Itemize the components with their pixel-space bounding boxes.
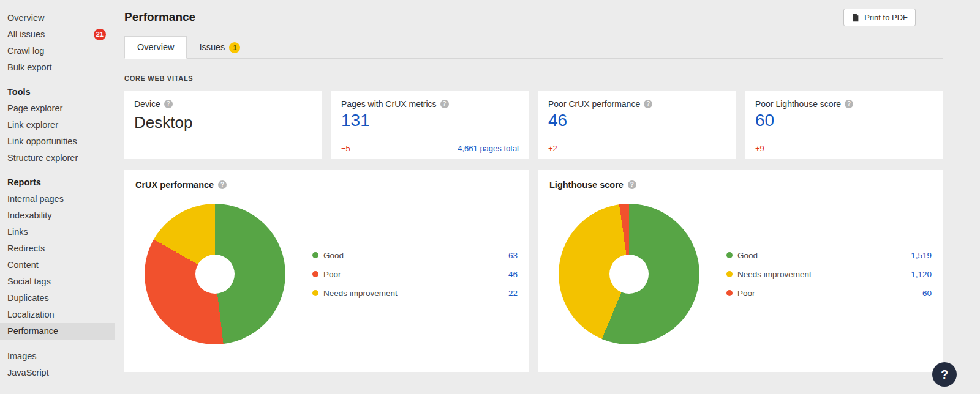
help-icon[interactable]: ? [845, 100, 853, 108]
sidebar-item-link-explorer[interactable]: Link explorer [0, 117, 115, 133]
sidebar-item-localization[interactable]: Localization [0, 307, 115, 323]
device-card-label: Device [134, 99, 160, 109]
crux-legend: Good 63 Poor 46 Needs improvement 22 [312, 246, 518, 303]
donut-hole [195, 255, 235, 294]
sidebar-item-label: All issues [7, 29, 45, 39]
sidebar-item-javascript[interactable]: JavaScript [0, 365, 115, 381]
lighthouse-legend: Good 1,519 Needs improvement 1,120 Poor … [726, 246, 932, 303]
legend-item-good[interactable]: Good 1,519 [726, 246, 932, 265]
help-icon[interactable]: ? [164, 100, 173, 108]
poor-crux-label: Poor CrUX performance [548, 99, 640, 109]
legend-value[interactable]: 46 [508, 270, 518, 279]
issues-count-badge: 1 [229, 42, 240, 53]
page-title: Performance [124, 0, 943, 24]
legend-label: Needs improvement [737, 270, 812, 279]
poor-crux-delta: +2 [548, 144, 557, 153]
crux-donut-chart[interactable] [145, 204, 285, 344]
sidebar-item-overview[interactable]: Overview [0, 10, 115, 26]
sidebar-section-tools: Tools [0, 84, 115, 100]
poor-lighthouse-value[interactable]: 60 [755, 111, 933, 130]
legend-item-needs-improvement[interactable]: Needs improvement 22 [312, 284, 518, 303]
sidebar-item-all-issues[interactable]: All issues 21 [0, 26, 115, 43]
legend-value[interactable]: 63 [508, 251, 518, 260]
poor-dot-icon [726, 290, 733, 296]
sidebar-item-internal-pages[interactable]: Internal pages [0, 191, 115, 207]
legend-value[interactable]: 22 [508, 289, 518, 298]
sidebar-item-bulk-export[interactable]: Bulk export [0, 59, 115, 76]
crux-chart-title: CrUX performance [135, 180, 214, 190]
device-card: Device ? Desktop [124, 91, 322, 159]
sidebar-item-redirects[interactable]: Redirects [0, 240, 115, 257]
help-icon[interactable]: ? [218, 180, 227, 189]
chart-cards-row: CrUX performance ? Good 63 Poor 4 [124, 170, 943, 372]
metric-cards-row: Device ? Desktop Pages with CrUX metrics… [124, 91, 943, 159]
sidebar-item-link-opportunities[interactable]: Link opportunities [0, 133, 115, 150]
help-icon[interactable]: ? [628, 180, 636, 189]
good-dot-icon [726, 252, 733, 258]
help-button[interactable]: ? [932, 362, 957, 387]
crux-performance-card: CrUX performance ? Good 63 Poor 4 [124, 170, 529, 372]
sidebar-item-structure-explorer[interactable]: Structure explorer [0, 150, 115, 166]
main-content: Performance Print to PDF Overview Issues… [115, 0, 943, 372]
sidebar-item-links[interactable]: Links [0, 224, 115, 240]
poor-dot-icon [312, 271, 318, 277]
sidebar-item-social-tags[interactable]: Social tags [0, 273, 115, 290]
lighthouse-chart-title: Lighthouse score [549, 180, 624, 190]
legend-item-good[interactable]: Good 63 [312, 246, 518, 265]
legend-label: Poor [323, 270, 341, 279]
legend-label: Good [737, 251, 758, 260]
pages-total-link[interactable]: 4,661 pages total [458, 144, 519, 153]
core-web-vitals-label: CORE WEB VITALS [124, 75, 943, 82]
sidebar-section-reports: Reports [0, 174, 115, 191]
crux-pages-label: Pages with CrUX metrics [341, 99, 437, 109]
legend-value[interactable]: 60 [922, 289, 932, 298]
poor-lighthouse-label: Poor Lighthouse score [755, 99, 841, 109]
sidebar-item-page-explorer[interactable]: Page explorer [0, 100, 115, 117]
device-value: Desktop [134, 113, 312, 132]
help-icon[interactable]: ? [440, 100, 449, 108]
legend-item-poor[interactable]: Poor 60 [726, 284, 932, 303]
crux-pages-card: Pages with CrUX metrics ? 131 −5 4,661 p… [331, 91, 529, 159]
tab-issues-label: Issues [199, 42, 225, 53]
needs-improvement-dot-icon [726, 271, 733, 277]
legend-value[interactable]: 1,120 [911, 270, 932, 279]
tab-overview-label: Overview [137, 42, 174, 53]
sidebar-item-crawl-log[interactable]: Crawl log [0, 43, 115, 59]
lighthouse-donut-chart[interactable] [559, 204, 699, 344]
tab-bar: Overview Issues 1 [124, 36, 943, 59]
legend-value[interactable]: 1,519 [911, 251, 932, 260]
poor-lighthouse-delta: +9 [755, 144, 764, 153]
print-to-pdf-button[interactable]: Print to PDF [843, 9, 916, 26]
all-issues-count-badge: 21 [94, 29, 106, 40]
crux-pages-delta: −5 [341, 144, 350, 153]
legend-label: Good [323, 251, 344, 260]
legend-label: Poor [737, 289, 755, 298]
legend-item-needs-improvement[interactable]: Needs improvement 1,120 [726, 265, 932, 284]
print-pdf-icon [851, 13, 860, 22]
sidebar-item-indexability[interactable]: Indexability [0, 207, 115, 224]
crux-pages-value[interactable]: 131 [341, 111, 519, 130]
tab-overview[interactable]: Overview [124, 36, 187, 59]
donut-hole [609, 255, 649, 294]
poor-crux-card: Poor CrUX performance ? 46 +2 [538, 91, 736, 159]
poor-lighthouse-card: Poor Lighthouse score ? 60 +9 [745, 91, 943, 159]
needs-improvement-dot-icon [312, 290, 318, 296]
legend-item-poor[interactable]: Poor 46 [312, 265, 518, 284]
good-dot-icon [312, 252, 318, 258]
print-to-pdf-label: Print to PDF [864, 13, 908, 22]
sidebar-item-content[interactable]: Content [0, 257, 115, 273]
tab-issues[interactable]: Issues 1 [187, 37, 252, 58]
help-icon[interactable]: ? [644, 100, 652, 108]
poor-crux-value[interactable]: 46 [548, 111, 726, 130]
legend-label: Needs improvement [323, 289, 398, 298]
lighthouse-score-card: Lighthouse score ? Good 1,519 Needs impr… [538, 170, 943, 372]
sidebar: Overview All issues 21 Crawl log Bulk ex… [0, 0, 115, 394]
sidebar-item-performance[interactable]: Performance [0, 323, 115, 340]
sidebar-item-images[interactable]: Images [0, 348, 115, 365]
sidebar-item-duplicates[interactable]: Duplicates [0, 290, 115, 307]
